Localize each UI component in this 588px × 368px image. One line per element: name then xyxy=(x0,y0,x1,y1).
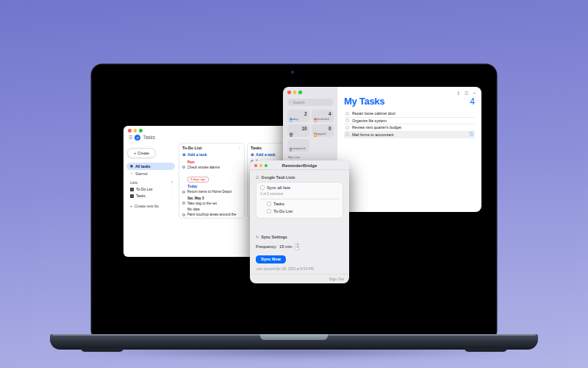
sidebar-item-starred[interactable]: ☆ Starred xyxy=(126,170,175,177)
reminder-row[interactable]: Repair loose cabinet door xyxy=(344,110,475,118)
sort-icon[interactable]: ☰ xyxy=(465,91,468,96)
todo-list-checkbox[interactable] xyxy=(267,209,271,213)
zoom-button[interactable] xyxy=(298,91,302,94)
minimize-button[interactable] xyxy=(293,91,297,94)
search-icon: ⌕ xyxy=(290,99,292,105)
reminderbridge-footer: Sign Out xyxy=(250,274,349,283)
sync-all-checkbox[interactable] xyxy=(260,185,265,190)
list-icon: ≡ xyxy=(130,188,134,191)
add-task-button[interactable]: ⊕ Add a task xyxy=(182,152,242,159)
reminderbridge-window: ReminderBridge ☷ Google Task Lists Sync … xyxy=(250,160,349,283)
reminder-row[interactable]: Organize file system xyxy=(344,118,475,125)
list-title: My Tasks xyxy=(344,96,384,107)
list-section-icon: ☷ xyxy=(256,175,259,180)
laptop-lid-notch xyxy=(260,334,328,340)
sync-all-row[interactable]: Sync all lists xyxy=(260,185,339,190)
frequency-label: Frequency: xyxy=(256,244,277,249)
reminder-checkbox[interactable] xyxy=(345,118,349,122)
reminders-main: ↥ ☰ + My Tasks 4 Repair loose cabinet do… xyxy=(337,87,481,212)
reminder-checkbox[interactable] xyxy=(345,112,349,116)
sign-out-button[interactable]: Sign Out xyxy=(329,277,344,281)
overdue-badge: 4 days ago xyxy=(187,177,209,183)
add-circle-icon: ⊕ xyxy=(182,152,186,157)
kebab-menu-icon[interactable]: ⋮ xyxy=(170,194,173,198)
selected-caption: 2 of 2 selected xyxy=(260,192,339,196)
task-row[interactable]: Take dog to the vet xyxy=(182,201,242,207)
column-todo-list: To-Do List ⋮ ⊕ Add a task Past Check smo… xyxy=(179,143,245,219)
minimize-button[interactable] xyxy=(259,164,262,167)
add-reminder-icon[interactable]: + xyxy=(473,91,476,96)
close-button[interactable] xyxy=(254,164,257,167)
sidebar-item-tasks-list[interactable]: ≡ Tasks ⋮ xyxy=(126,193,175,199)
chevron-up-icon: ⌃ xyxy=(171,181,173,185)
google-tasks-sidebar: + Create ◉ All tasks ☆ Starred Lists ⌃ xyxy=(123,142,177,255)
list-option-todo-list[interactable]: To-Do List xyxy=(267,209,339,213)
sidebar-item-todo-list[interactable]: ≡ To-Do List ⋮ xyxy=(126,186,175,193)
reminder-checkbox[interactable] xyxy=(345,132,349,136)
reminder-row[interactable]: Review next quarter's budget xyxy=(344,124,475,132)
column-title: To-Do List xyxy=(182,146,201,150)
tasks-logo-icon: ✓ xyxy=(135,135,140,141)
list-option-tasks[interactable]: Tasks xyxy=(267,202,339,206)
sidebar-item-all-tasks[interactable]: ◉ All tasks xyxy=(126,163,175,170)
plus-icon: + xyxy=(134,151,136,155)
smart-list-flagged[interactable]: ⚑ 0 Flagged xyxy=(312,124,334,137)
stepper-down-icon[interactable]: ▼ xyxy=(295,247,298,250)
task-row[interactable]: Paint touchup areas around the house xyxy=(182,212,242,218)
frequency-stepper[interactable]: ▲ ▼ xyxy=(295,243,299,250)
smart-list-today[interactable]: ▦ 2 Today xyxy=(287,110,309,122)
column-title: Tasks xyxy=(251,146,262,150)
sync-settings-section: ↻ Sync Settings xyxy=(256,235,343,239)
close-button[interactable] xyxy=(287,91,291,94)
webcam-dot xyxy=(291,71,294,74)
create-new-list-button[interactable]: + Create new list xyxy=(130,204,175,208)
divider xyxy=(260,199,339,199)
sync-now-button[interactable]: Sync Now xyxy=(256,255,286,263)
task-checkbox[interactable] xyxy=(182,213,185,216)
task-row[interactable]: Return items to Home Depot xyxy=(182,189,242,195)
zoom-button[interactable] xyxy=(265,164,268,167)
reminder-row-selected[interactable]: Mail forms to accountant ⓘ xyxy=(344,132,475,139)
window-title: ReminderBridge xyxy=(282,163,317,168)
task-checkbox[interactable] xyxy=(182,166,185,169)
close-button[interactable] xyxy=(128,129,132,132)
google-tasks-appbar: ☰ ✓ Tasks xyxy=(123,132,292,142)
smart-list-scheduled[interactable]: ▦ 4 Scheduled xyxy=(312,110,334,122)
search-placeholder: Search xyxy=(293,100,305,105)
smart-list-all[interactable]: ▤ 10 All xyxy=(287,124,309,137)
list-icon: ≡ xyxy=(130,194,134,198)
kebab-menu-icon[interactable]: ⋮ xyxy=(170,188,173,191)
last-synced-text: Last synced Apr 28, 2025 at 8:54 PM xyxy=(256,267,343,271)
my-lists-header: My Lists xyxy=(288,155,334,159)
create-task-button[interactable]: + Create xyxy=(127,148,156,158)
reminder-checkbox[interactable] xyxy=(345,126,349,130)
task-checkbox[interactable] xyxy=(182,202,185,205)
hamburger-icon[interactable]: ☰ xyxy=(129,135,132,140)
google-task-lists-section: ☷ Google Task Lists xyxy=(256,175,343,180)
lists-header[interactable]: Lists ⌃ xyxy=(130,181,173,185)
laptop-screen: ☰ ✓ Tasks + Create ◉ All tasks ☆ S xyxy=(92,65,496,336)
plus-icon: + xyxy=(130,204,132,208)
task-row[interactable]: Check smoke alarms xyxy=(182,165,242,171)
laptop-foot xyxy=(81,348,123,352)
share-icon[interactable]: ↥ xyxy=(456,91,460,96)
add-circle-icon: ⊕ xyxy=(251,152,254,157)
kebab-menu-icon[interactable]: ⋮ xyxy=(238,146,242,149)
app-title: Tasks xyxy=(143,135,155,140)
zoom-button[interactable] xyxy=(139,129,143,132)
smart-list-completed[interactable]: ✓ Completed xyxy=(287,139,309,152)
minimize-button[interactable] xyxy=(134,129,137,132)
frequency-value: 15 min xyxy=(279,244,292,249)
info-icon[interactable]: ⓘ xyxy=(470,132,474,137)
task-checkbox[interactable] xyxy=(182,191,185,194)
reminderbridge-titlebar: ReminderBridge xyxy=(250,160,349,170)
section-today: Today xyxy=(187,185,242,188)
search-input[interactable]: ⌕ Search xyxy=(287,99,334,106)
add-task-button[interactable]: ⊕ Add a task xyxy=(250,152,287,159)
sync-icon: ↻ xyxy=(256,235,259,239)
laptop-foot xyxy=(465,348,507,352)
section-no-date: No date xyxy=(187,208,242,211)
tasks-checkbox[interactable] xyxy=(267,202,271,206)
lists-group-box: Sync all lists 2 of 2 selected Tasks To-… xyxy=(256,182,343,219)
laptop-base xyxy=(50,334,538,350)
